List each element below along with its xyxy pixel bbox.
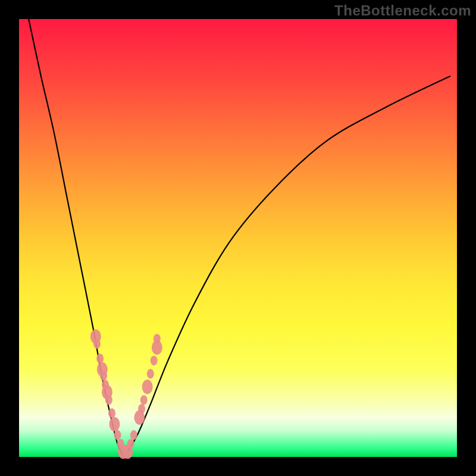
markers-right	[123, 334, 162, 459]
data-marker	[142, 380, 153, 394]
data-marker	[100, 371, 107, 381]
chart-svg	[19, 19, 457, 457]
data-marker	[114, 430, 121, 440]
data-marker	[151, 356, 158, 365]
curve-right-path	[124, 76, 450, 457]
data-marker	[140, 395, 148, 405]
data-marker	[93, 339, 101, 349]
data-marker	[127, 439, 134, 449]
data-marker	[109, 417, 120, 431]
watermark-text: TheBottleneck.com	[334, 2, 471, 19]
plot-area	[19, 19, 457, 457]
chart-frame: TheBottleneck.com	[0, 0, 476, 476]
data-marker	[96, 353, 104, 363]
data-marker	[108, 408, 115, 418]
curve-group	[29, 19, 450, 457]
data-marker	[138, 404, 145, 414]
data-marker	[147, 369, 154, 378]
data-marker	[105, 395, 112, 405]
data-marker	[130, 430, 137, 440]
markers-left	[90, 329, 129, 459]
data-marker	[154, 334, 161, 343]
